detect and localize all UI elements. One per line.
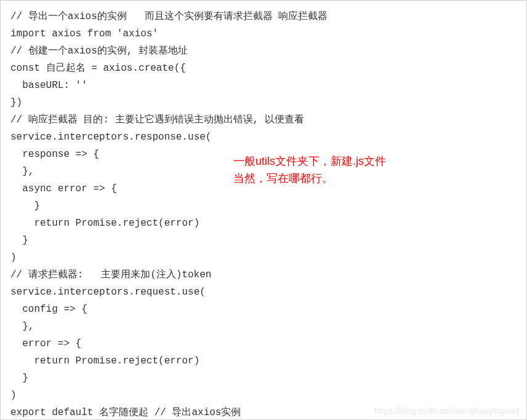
code-line-16: // 请求拦截器: 主要用来加(注入)token xyxy=(10,266,517,283)
code-line-5: baseURL: '' xyxy=(10,77,517,94)
code-line-14: } xyxy=(10,232,517,249)
code-line-1: // 导出一个axios的实例 而且这个实例要有请求拦截器 响应拦截器 xyxy=(10,8,517,25)
code-line-8: service.interceptors.response.use( xyxy=(10,129,517,146)
code-line-15: ) xyxy=(10,249,517,266)
code-line-23: ) xyxy=(10,387,517,404)
code-line-7: // 响应拦截器 目的: 主要让它遇到错误主动抛出错误, 以便查看 xyxy=(10,111,517,129)
code-line-17: service.interceptors.request.use( xyxy=(10,283,517,301)
code-line-21: return Promise.reject(error) xyxy=(10,352,517,370)
watermark-text: https://blog.csdn.net/wanghaoyingand xyxy=(374,406,519,416)
code-line-2: import axios from 'axios' xyxy=(10,25,517,42)
code-line-6: }) xyxy=(10,94,517,111)
code-line-13: return Promise.reject(error) xyxy=(10,215,517,232)
code-line-12: } xyxy=(10,197,517,215)
code-block: // 导出一个axios的实例 而且这个实例要有请求拦截器 响应拦截器 impo… xyxy=(0,0,527,420)
code-line-19: }, xyxy=(10,318,517,335)
code-line-4: const 自己起名 = axios.create({ xyxy=(10,60,517,77)
annotation-note-2: 当然，写在哪都行。 xyxy=(233,170,333,186)
annotation-note-1: 一般utils文件夹下，新建.js文件 xyxy=(233,153,386,169)
code-line-18: config => { xyxy=(10,301,517,318)
code-line-22: } xyxy=(10,370,517,387)
code-line-3: // 创建一个axios的实例, 封装基地址 xyxy=(10,42,517,60)
code-line-20: error => { xyxy=(10,335,517,352)
